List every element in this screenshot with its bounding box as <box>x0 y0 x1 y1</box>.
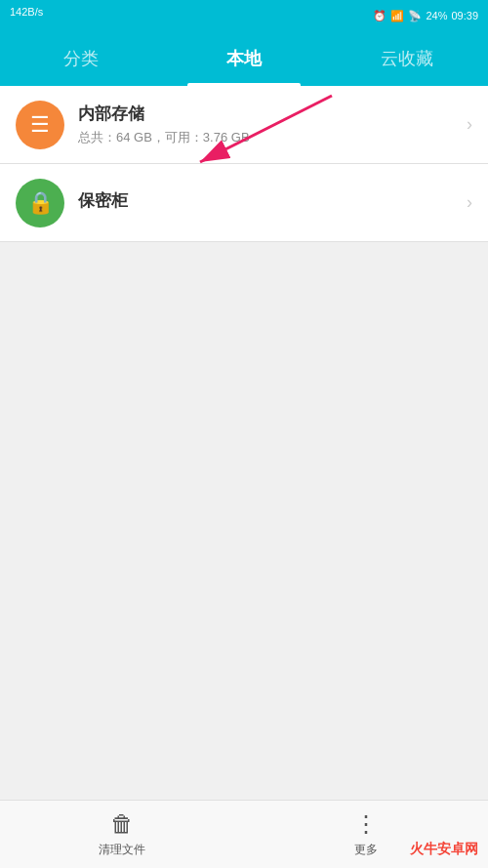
internal-storage-subtitle: 总共：64 GB，可用：3.76 GB <box>78 129 467 146</box>
battery-text: 24% <box>426 10 447 21</box>
secret-icon-bg: 🔒 <box>16 179 64 227</box>
more-label: 更多 <box>354 842 378 858</box>
list-item-internal-storage[interactable]: ☰ 内部存储 总共：64 GB，可用：3.76 GB › <box>0 86 488 164</box>
more-icon: ⋮ <box>354 810 378 838</box>
signal-icon: 📡 <box>408 10 422 22</box>
wifi-icon: 📶 <box>390 10 404 22</box>
secret-box-text: 保密柜 <box>78 189 467 216</box>
internal-storage-text: 内部存储 总共：64 GB，可用：3.76 GB <box>78 103 467 146</box>
watermark: 火牛安卓网 <box>410 841 478 858</box>
tab-local[interactable]: 本地 <box>163 31 326 86</box>
tab-bar: 分类 本地 云收藏 <box>0 31 488 86</box>
alarm-icon: ⏰ <box>373 10 386 22</box>
status-bar: 142B/s ⏰ 📶 📡 24% 09:39 <box>0 0 488 31</box>
clean-icon: 🗑 <box>110 810 134 838</box>
tab-category[interactable]: 分类 <box>0 31 163 86</box>
secret-box-title: 保密柜 <box>78 189 467 212</box>
speed-indicator: 142B/s <box>10 6 43 18</box>
list-item-secret-box[interactable]: 🔒 保密柜 › <box>0 164 488 242</box>
time-display: 09:39 <box>451 10 478 21</box>
storage-icon: ☰ <box>30 112 50 138</box>
internal-storage-title: 内部存储 <box>78 103 467 125</box>
storage-icon-bg: ☰ <box>16 101 64 149</box>
tab-cloud[interactable]: 云收藏 <box>325 31 488 86</box>
chevron-right-icon-2: › <box>467 192 472 213</box>
bottom-nav-clean[interactable]: 🗑 清理文件 <box>0 810 244 858</box>
lock-icon: 🔒 <box>27 190 54 216</box>
status-right: ⏰ 📶 📡 24% 09:39 <box>373 10 478 22</box>
clean-label: 清理文件 <box>99 842 145 858</box>
chevron-right-icon: › <box>467 114 472 135</box>
main-content: ☰ 内部存储 总共：64 GB，可用：3.76 GB › 🔒 保密柜 › <box>0 86 488 800</box>
